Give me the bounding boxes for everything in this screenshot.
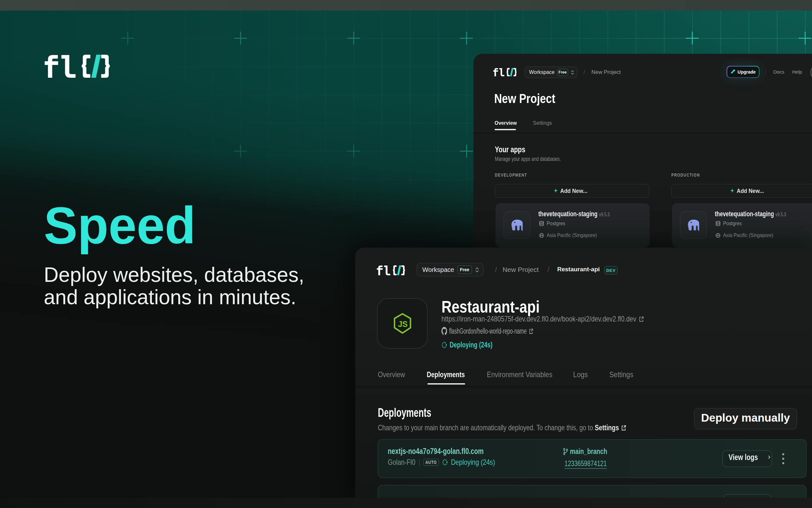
svg-text:JS: JS: [398, 320, 408, 329]
